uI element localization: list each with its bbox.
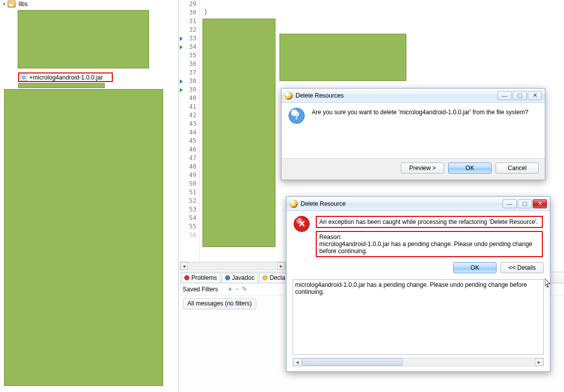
reason-text: microlog4android-1.0.0.jar has a pending… (319, 241, 539, 255)
project-explorer: ▾ libs +microlog4android-1.0.0.jar (0, 0, 179, 392)
line-number: 54 (180, 214, 199, 222)
line-number: 48 (180, 163, 199, 171)
dialog-delete-resources: Delete Resources — ▢ ✕ ? Are you sure yo… (281, 88, 545, 180)
tree-node-jar[interactable]: +microlog4android-1.0.0.jar (18, 72, 113, 82)
line-number: 39 (180, 86, 199, 94)
eclipse-icon (285, 92, 293, 100)
add-filter-icon[interactable]: + (228, 285, 232, 293)
line-number: 37 (180, 68, 199, 77)
line-number: 31 (180, 17, 199, 26)
line-number: 35 (180, 51, 199, 60)
line-number: 32 (180, 26, 199, 34)
details-text: microlog4android-1.0.0.jar has a pending… (295, 281, 541, 295)
question-icon: ? (289, 108, 305, 124)
dialog1-buttons: Preview > OK Cancel (281, 158, 545, 180)
line-number: 45 (180, 137, 199, 145)
line-number: 36 (180, 60, 199, 68)
ok-button[interactable]: OK (453, 262, 497, 273)
line-number: 34 (180, 43, 199, 51)
line-number: 56 (180, 231, 199, 240)
scroll-left-icon[interactable]: ◄ (293, 358, 302, 366)
maximize-button[interactable]: ▢ (513, 91, 527, 100)
tree-label-libs: libs (17, 1, 28, 8)
line-number: 55 (180, 222, 199, 231)
line-number: 38 (180, 77, 199, 86)
details-button[interactable]: << Details (501, 262, 544, 273)
minimize-button[interactable]: — (498, 91, 512, 100)
dialog2-titlebar[interactable]: Delete Resource — ▢ ✕ (287, 197, 550, 211)
javadoc-icon (225, 275, 230, 280)
line-number: 29 (180, 0, 199, 9)
dialog2-body: ✕ An exception has been caught while pro… (287, 211, 550, 260)
minimize-button[interactable]: — (503, 199, 517, 208)
redacted-block (4, 89, 163, 386)
line-number: 41 (180, 103, 199, 111)
line-number: 51 (180, 188, 199, 197)
remove-filter-icon[interactable]: − (235, 285, 239, 293)
scroll-thumb[interactable] (302, 358, 403, 366)
dialog2-buttons: OK << Details (287, 260, 550, 279)
close-button[interactable]: ✕ (533, 199, 547, 208)
line-number: 53 (180, 205, 199, 214)
line-number: 44 (180, 128, 199, 137)
dialog2-title: Delete Resource (301, 200, 345, 207)
code-line: } (204, 9, 207, 16)
ok-button[interactable]: OK (448, 163, 491, 174)
line-number: 47 (180, 154, 199, 163)
dialog-delete-resource-error: Delete Resource — ▢ ✕ ✕ An exception has… (286, 196, 550, 372)
all-messages-button[interactable]: All messages (no filters) (183, 298, 256, 309)
details-text-area[interactable]: microlog4android-1.0.0.jar has a pending… (293, 279, 544, 355)
dialog1-titlebar[interactable]: Delete Resources — ▢ ✕ (281, 89, 545, 103)
tab-problems-label: Problems (191, 274, 217, 281)
tab-problems[interactable]: Problems (181, 273, 221, 283)
line-number: 40 (180, 94, 199, 103)
line-number: 43 (180, 120, 199, 128)
cancel-button[interactable]: Cancel (496, 163, 539, 174)
redacted-block (18, 10, 149, 68)
mouse-cursor-icon (545, 279, 551, 288)
dialog1-title: Delete Resources (296, 92, 343, 99)
tree-expander-icon[interactable]: ▾ (2, 2, 7, 7)
tree-node-libs[interactable]: ▾ libs (0, 0, 178, 8)
declaration-icon (262, 275, 267, 280)
editor-horizontal-scrollbar[interactable]: ◄ ► (180, 262, 286, 270)
scroll-right-icon[interactable]: ► (535, 358, 543, 366)
tree-label-jar: +microlog4android-1.0.0.jar (29, 74, 103, 81)
eclipse-icon (290, 200, 298, 208)
line-number: 50 (180, 180, 199, 188)
scroll-left-icon[interactable]: ◄ (180, 262, 188, 270)
tab-declaration[interactable]: Decla (259, 273, 289, 283)
redacted-block (202, 19, 275, 247)
preview-button[interactable]: Preview > (401, 163, 444, 174)
line-number: 49 (180, 171, 199, 180)
problems-icon (184, 275, 189, 280)
jar-icon (20, 74, 27, 81)
editor-gutter: 29 30 31 32 33 34 35 36 37 38 39 40 41 4… (180, 0, 200, 262)
tab-declaration-label: Decla (269, 274, 285, 281)
line-number: 33 (180, 34, 199, 43)
line-number: 42 (180, 111, 199, 120)
line-number: 52 (180, 197, 199, 205)
folder-icon (8, 1, 16, 8)
tab-javadoc-label: Javadoc (232, 274, 255, 281)
details-horizontal-scrollbar[interactable]: ◄ ► (293, 358, 544, 366)
edit-filter-icon[interactable]: ✎ (242, 285, 247, 293)
line-number: 46 (180, 145, 199, 154)
tab-javadoc[interactable]: Javadoc (222, 273, 258, 283)
dialog2-reason-block: Reason: microlog4android-1.0.0.jar has a… (316, 231, 543, 257)
dialog1-message: Are you sure you want to delete 'microlo… (312, 108, 528, 155)
line-number: 30 (180, 9, 199, 17)
maximize-button[interactable]: ▢ (518, 199, 532, 208)
redacted-block (279, 34, 406, 81)
scroll-right-icon[interactable]: ► (277, 262, 285, 270)
error-icon: ✕ (294, 216, 310, 232)
reason-label: Reason: (319, 233, 539, 241)
redacted-block (18, 83, 105, 88)
saved-filters-label: Saved Filters (183, 286, 218, 293)
close-button[interactable]: ✕ (528, 91, 542, 100)
dialog2-error-headline: An exception has been caught while proce… (316, 216, 543, 228)
